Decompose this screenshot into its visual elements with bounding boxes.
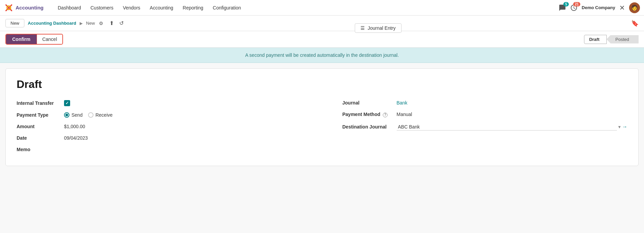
info-banner-message: A second payment will be created automat…	[245, 52, 399, 58]
payment-type-row: Payment Type Send Receive	[17, 112, 322, 118]
activity-badge: 21	[573, 2, 580, 6]
radio-send-dot	[64, 112, 69, 118]
payment-type-label: Payment Type	[17, 112, 64, 118]
chat-badge: 5	[563, 2, 569, 6]
form-left-column: Internal Transfer Payment Type Send Rece…	[17, 100, 322, 152]
undo-button[interactable]: ↺	[118, 19, 125, 27]
company-name: Demo Company	[582, 5, 615, 10]
journal-value[interactable]: Bank	[397, 100, 408, 106]
payment-method-help-icon[interactable]: ?	[383, 113, 388, 117]
main-form-card: Draft Internal Transfer Payment Type Sen…	[5, 68, 639, 166]
breadcrumb-separator: ▶	[80, 21, 83, 26]
radio-send-label: Send	[71, 112, 83, 118]
destination-journal-label: Destination Journal	[342, 124, 397, 130]
internal-transfer-checkbox[interactable]	[64, 100, 70, 106]
bookmark-icon[interactable]: 🔖	[631, 20, 639, 27]
memo-label: Memo	[17, 147, 64, 152]
status-trail: Draft Posted	[584, 35, 639, 44]
settings-icon[interactable]: ⚙	[99, 21, 103, 26]
breadcrumb-current: New	[86, 21, 95, 26]
amount-value[interactable]: $1,000.00	[64, 124, 85, 129]
status-draft[interactable]: Draft	[584, 35, 606, 44]
journal-entry-button[interactable]: ☰ Journal Entry	[355, 23, 401, 33]
app-name: Accounting	[16, 5, 44, 10]
action-bar: Confirm Cancel Draft Posted	[0, 31, 644, 48]
confirm-cancel-group: Confirm Cancel	[5, 34, 63, 45]
breadcrumb-root[interactable]: Accounting Dashboard	[28, 21, 76, 26]
user-avatar[interactable]: 🧑	[629, 2, 640, 13]
form-title: Draft	[17, 78, 627, 91]
top-navigation: Accounting Dashboard Customers Vendors A…	[0, 0, 644, 16]
destination-nav-arrow[interactable]: →	[622, 124, 627, 130]
destination-journal-row: Destination Journal ▾ →	[342, 123, 628, 131]
nav-dashboard[interactable]: Dashboard	[53, 0, 86, 16]
date-value[interactable]: 09/04/2023	[64, 135, 88, 141]
form-grid: Internal Transfer Payment Type Send Rece…	[17, 100, 627, 152]
nav-reporting[interactable]: Reporting	[178, 0, 208, 16]
journal-label: Journal	[342, 100, 397, 106]
payment-method-value: Manual	[397, 112, 412, 117]
cancel-button[interactable]: Cancel	[37, 34, 63, 44]
radio-receive-dot	[88, 112, 94, 118]
top-right-actions: 5 21 Demo Company ✕ 🧑	[559, 2, 640, 13]
destination-journal-input[interactable]	[397, 123, 617, 131]
journal-row: Journal Bank	[342, 100, 628, 106]
nav-accounting[interactable]: Accounting	[145, 0, 178, 16]
destination-dropdown-icon[interactable]: ▾	[618, 124, 621, 130]
hamburger-icon: ☰	[360, 25, 365, 31]
confirm-button[interactable]: Confirm	[6, 34, 37, 44]
form-right-column: Journal Bank Payment Method ? Manual Des…	[322, 100, 628, 152]
nav-vendors[interactable]: Vendors	[118, 0, 145, 16]
app-logo[interactable]: Accounting	[4, 3, 50, 13]
destination-journal-field: ▾ →	[397, 123, 628, 131]
internal-transfer-label: Internal Transfer	[17, 100, 64, 106]
amount-row: Amount $1,000.00	[17, 124, 322, 129]
close-button[interactable]: ✕	[619, 4, 625, 12]
payment-method-row: Payment Method ? Manual	[342, 112, 628, 117]
journal-entry-label: Journal Entry	[368, 25, 395, 31]
upload-button[interactable]: ⬆	[108, 19, 115, 27]
radio-receive-label: Receive	[96, 112, 113, 118]
nav-customers[interactable]: Customers	[86, 0, 118, 16]
breadcrumb-bar: New Accounting Dashboard ▶ New ⚙ ⬆ ↺ ☰ J…	[0, 16, 644, 31]
payment-method-label: Payment Method ?	[342, 112, 397, 117]
status-posted[interactable]: Posted	[607, 35, 639, 44]
info-banner: A second payment will be created automat…	[0, 48, 644, 63]
top-menu: Dashboard Customers Vendors Accounting R…	[53, 0, 559, 16]
memo-row: Memo	[17, 147, 322, 152]
subnav-actions: ⬆ ↺	[108, 19, 125, 27]
amount-label: Amount	[17, 124, 64, 129]
new-button[interactable]: New	[5, 19, 24, 27]
payment-type-receive[interactable]: Receive	[88, 112, 113, 118]
payment-type-radio-group: Send Receive	[64, 112, 112, 118]
chat-notification[interactable]: 5	[559, 4, 566, 11]
activity-notification[interactable]: 21	[570, 4, 578, 11]
date-row: Date 09/04/2023	[17, 135, 322, 141]
date-label: Date	[17, 135, 64, 141]
internal-transfer-row: Internal Transfer	[17, 100, 322, 106]
payment-type-send[interactable]: Send	[64, 112, 83, 118]
nav-configuration[interactable]: Configuration	[208, 0, 246, 16]
